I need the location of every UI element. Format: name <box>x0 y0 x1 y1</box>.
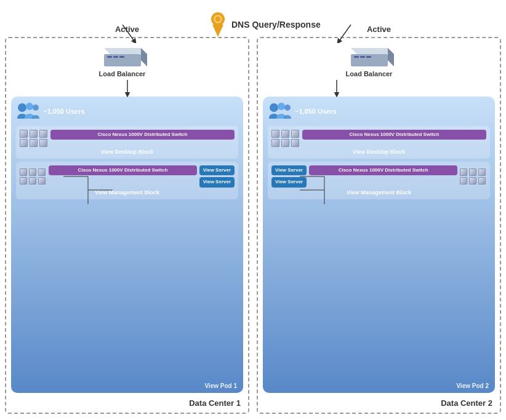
dc1-management-block: Cisco Nexus 1000V Distributed Switch Vie… <box>16 162 238 199</box>
svg-point-2 <box>215 17 220 22</box>
svg-point-11 <box>18 103 26 112</box>
dc2-management-block-label: View Management Block <box>271 189 486 196</box>
dc1-arrow <box>104 25 141 43</box>
dns-label: DNS Query/Response <box>231 20 321 30</box>
svg-line-18 <box>339 25 351 42</box>
dc2-lb-label: Load Balancer <box>346 70 393 77</box>
dc1-users-section: ~1,050 Users <box>16 101 238 121</box>
dc2-view-pod: View Pod 2 ~1,050 Users <box>263 97 495 393</box>
dc2-rack2-icon <box>460 168 486 184</box>
svg-rect-22 <box>354 56 359 58</box>
dc1-view-server2: View Server <box>199 177 235 187</box>
dc1-rack-icon <box>20 130 48 147</box>
svg-rect-9 <box>113 56 118 58</box>
svg-point-25 <box>270 103 278 112</box>
dc2-label: Data Center 2 <box>441 398 492 408</box>
dc2-view-server1: View Server <box>271 165 307 175</box>
svg-point-12 <box>26 103 33 110</box>
svg-point-13 <box>33 105 39 111</box>
dc2-desktop-block-label: View Desktop Block <box>271 149 486 155</box>
svg-marker-3 <box>212 25 223 37</box>
svg-marker-5 <box>104 48 147 54</box>
svg-point-27 <box>284 105 291 111</box>
dc1-management-block-label: View Management Block <box>20 189 235 196</box>
dc2-users-icon <box>268 101 291 121</box>
dc1-desktop-block-label: View Desktop Block <box>20 149 235 155</box>
svg-marker-21 <box>388 48 394 66</box>
dc1-lb-section: Load Balancer <box>98 43 147 77</box>
main-container: DNS Query/Response Active Data Center 1 <box>0 0 506 420</box>
svg-rect-8 <box>107 56 112 58</box>
dc1-lb-icon <box>98 43 147 69</box>
dc2-management-block: View Server View Server Cisco Nexus 1000… <box>268 162 490 199</box>
dc2-users-label: ~1,050 Users <box>295 108 337 115</box>
dc1-lb-label: Load Balancer <box>99 70 146 77</box>
dc1-users-icon <box>16 101 39 121</box>
dns-section: DNS Query/Response <box>209 11 321 38</box>
dc1-lb-to-pod-arrow <box>121 80 134 97</box>
dc1-desktop-block: Cisco Nexus 1000V Distributed Switch Vie… <box>16 126 238 159</box>
data-center-1: Active Data Center 1 <box>5 37 249 414</box>
dc2-view-server2: View Server <box>271 177 307 187</box>
dns-icon <box>209 11 227 38</box>
dc2-users-section: ~1,050 Users <box>268 101 490 121</box>
svg-rect-23 <box>360 56 365 58</box>
dc2-rack-icon <box>271 130 300 147</box>
svg-marker-19 <box>351 48 394 54</box>
dc2-lb-to-pod-arrow <box>331 80 343 97</box>
svg-point-26 <box>278 103 285 110</box>
dc2-nexus2-label: Cisco Nexus 1000V Distributed Switch <box>309 165 457 175</box>
svg-marker-7 <box>141 48 147 66</box>
dc2-lb-icon <box>345 43 394 69</box>
dc1-view-pod: View Pod 1 ~1,050 Users <box>11 97 243 393</box>
dc1-nexus1-label: Cisco Nexus 1000V Distributed Switch <box>50 130 235 140</box>
dc2-desktop-block: Cisco Nexus 1000V Distributed Switch Vie… <box>268 126 490 159</box>
dc2-nexus1-label: Cisco Nexus 1000V Distributed Switch <box>302 130 486 140</box>
data-center-2: Active Data Center 2 <box>257 37 501 414</box>
svg-rect-24 <box>366 56 371 58</box>
dc1-users-label: ~1,050 Users <box>43 108 85 115</box>
dc2-active-label: Active <box>367 25 391 34</box>
dc1-pod-label: View Pod 1 <box>204 382 237 389</box>
svg-rect-10 <box>119 56 124 58</box>
dc1-nexus2-label: Cisco Nexus 1000V Distributed Switch <box>49 165 197 175</box>
dc2-pod-label: View Pod 2 <box>456 382 489 389</box>
dc1-label: Data Center 1 <box>189 398 241 408</box>
dc2-lb-section: Load Balancer <box>345 43 394 77</box>
dc1-view-server1: View Server <box>199 165 235 175</box>
dc2-arrow <box>332 25 369 43</box>
svg-line-4 <box>122 25 135 42</box>
dc1-rack2-icon <box>20 168 46 184</box>
